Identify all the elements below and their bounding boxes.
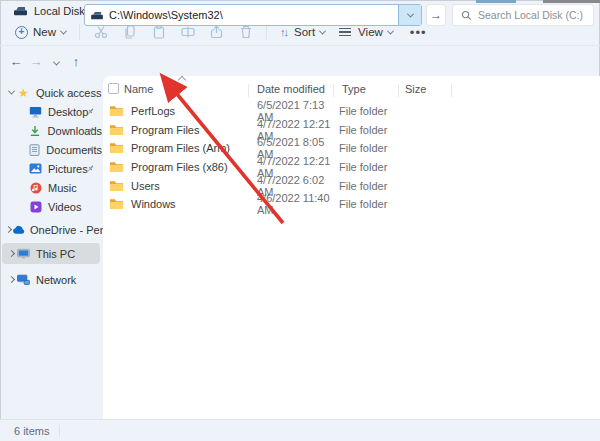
see-more-button[interactable]: •••: [400, 25, 437, 40]
chevron-down-icon: [52, 58, 59, 65]
file-row-users[interactable]: Users 4/7/2022 6:02 AM File folder: [103, 176, 600, 195]
drive-icon: [14, 2, 27, 20]
sidebar-item-desktop[interactable]: Desktop: [0, 102, 102, 121]
navigation-sidebar: ★ Quick access Desktop Downloads: [0, 76, 102, 419]
this-pc-icon: [17, 248, 30, 260]
videos-icon: [29, 201, 42, 213]
column-header-date-modified[interactable]: Date modified: [257, 83, 325, 95]
new-button-label: New: [33, 26, 56, 38]
rename-icon: [180, 24, 196, 40]
view-button-label: View: [358, 26, 383, 38]
documents-icon: [29, 144, 40, 156]
navigation-row: ← → ↑: [0, 46, 600, 76]
item-count: 6 items: [14, 425, 49, 437]
address-dropdown-button[interactable]: [398, 5, 421, 25]
file-row-program-files-x86[interactable]: Program Files (x86) 4/7/2022 12:21 AM Fi…: [103, 158, 600, 177]
pin-icon: [86, 125, 95, 137]
paste-icon: [151, 24, 167, 40]
column-header-type[interactable]: Type: [342, 83, 366, 95]
star-icon: ★: [17, 87, 30, 99]
sidebar-item-videos[interactable]: Videos: [0, 197, 102, 216]
toolbar-divider: [79, 24, 80, 40]
file-list-pane: Name Date modified Type Size PerfLogs 6/…: [103, 76, 600, 419]
delete-icon: [238, 24, 254, 40]
copy-icon: [122, 24, 138, 40]
search-placeholder: Search Local Disk (C:): [478, 9, 583, 21]
cut-icon: [93, 24, 109, 40]
address-path[interactable]: C:\Windows\System32\: [109, 9, 398, 21]
main-area: ★ Quick access Desktop Downloads: [0, 76, 600, 419]
file-rows: PerfLogs 6/5/2021 7:13 AM File folder Pr…: [103, 102, 600, 214]
address-bar[interactable]: C:\Windows\System32\: [84, 4, 422, 26]
file-row-perflogs[interactable]: PerfLogs 6/5/2021 7:13 AM File folder: [103, 102, 600, 121]
forward-button[interactable]: →: [26, 54, 46, 69]
network-icon: [17, 274, 30, 286]
sort-arrows-icon: ↑↓: [280, 26, 287, 38]
desktop-icon: [29, 106, 42, 118]
chevron-right-icon[interactable]: [6, 251, 16, 256]
sidebar-item-downloads[interactable]: Downloads: [0, 121, 102, 140]
drive-icon: [91, 11, 103, 20]
sidebar-item-documents[interactable]: Documents: [0, 140, 102, 159]
sort-button-label: Sort: [294, 26, 315, 38]
status-bar: 6 items: [0, 419, 600, 441]
chevron-down-icon: [319, 27, 326, 34]
search-icon: [461, 10, 472, 21]
file-row-windows[interactable]: Windows 4/6/2022 11:40 AM File folder: [103, 195, 600, 214]
sort-ascending-caret-icon: [178, 76, 186, 84]
sidebar-item-onedrive[interactable]: OneDrive - Personal: [0, 219, 102, 240]
new-button[interactable]: + New: [8, 22, 73, 43]
pin-icon: [86, 144, 95, 156]
chevron-down-icon[interactable]: [6, 90, 16, 95]
sidebar-item-this-pc[interactable]: This PC: [2, 243, 100, 264]
search-box[interactable]: Search Local Disk (C:): [452, 4, 594, 26]
pictures-icon: [29, 163, 42, 175]
plus-icon: +: [15, 26, 28, 39]
folder-icon: [109, 180, 124, 192]
folder-icon: [109, 142, 124, 154]
column-header-size[interactable]: Size: [405, 83, 426, 95]
recent-locations-button[interactable]: [46, 54, 66, 69]
pin-icon: [86, 106, 95, 118]
sidebar-item-network[interactable]: Network: [0, 269, 102, 290]
file-row-program-files-arm[interactable]: Program Files (Arm) 6/5/2021 8:05 AM Fil…: [103, 139, 600, 158]
go-button[interactable]: →: [426, 4, 446, 26]
chevron-down-icon: [387, 27, 394, 34]
music-icon: [29, 182, 42, 194]
sidebar-item-quick-access[interactable]: ★ Quick access: [0, 83, 102, 102]
select-all-checkbox[interactable]: [108, 83, 119, 94]
folder-icon: [109, 161, 124, 173]
share-icon: [209, 24, 225, 40]
chevron-down-icon: [60, 27, 67, 34]
up-button[interactable]: ↑: [66, 54, 86, 69]
pin-icon: [86, 163, 95, 175]
sidebar-item-music[interactable]: Music: [0, 178, 102, 197]
column-headers: Name Date modified Type Size: [103, 80, 600, 100]
folder-icon: [109, 198, 124, 210]
folder-icon: [109, 124, 124, 136]
chevron-down-icon: [406, 10, 413, 17]
column-header-name[interactable]: Name: [124, 83, 153, 95]
toolbar-divider: [266, 24, 267, 40]
sidebar-item-pictures[interactable]: Pictures: [0, 159, 102, 178]
downloads-icon: [29, 125, 42, 137]
folder-icon: [109, 105, 124, 117]
onedrive-cloud-icon: [12, 224, 25, 236]
view-icon: [339, 28, 351, 37]
chevron-right-icon[interactable]: [6, 277, 16, 282]
file-row-program-files[interactable]: Program Files 4/7/2022 12:21 AM File fol…: [103, 121, 600, 140]
chevron-right-icon[interactable]: [6, 227, 11, 232]
back-button[interactable]: ←: [6, 54, 26, 69]
